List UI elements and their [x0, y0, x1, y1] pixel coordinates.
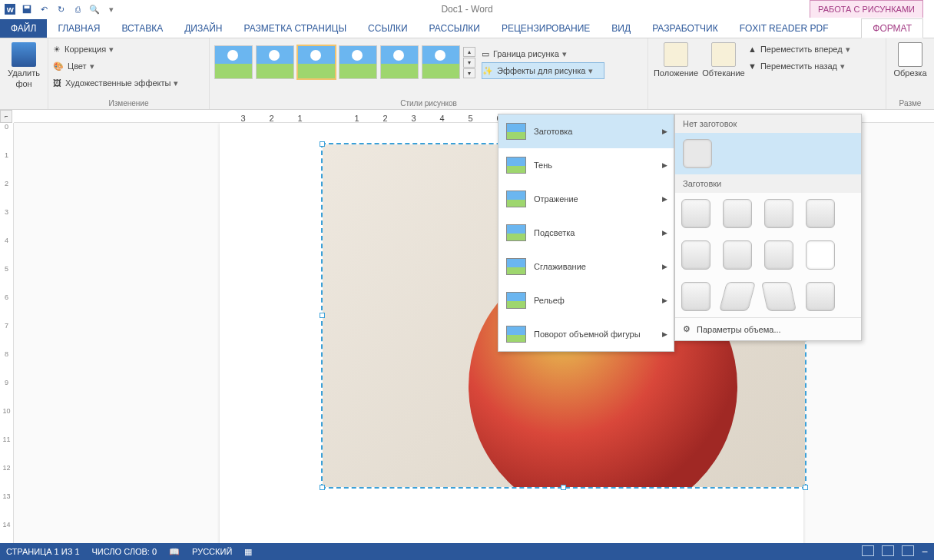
- remove-background-button[interactable]: Удалить фон: [5, 41, 43, 90]
- group-picture-styles: ▴ ▾ ▾ ▭Граница рисунка▾ ✨Эффекты для рис…: [210, 38, 648, 109]
- color-icon: 🎨: [53, 61, 64, 71]
- style-thumb-3[interactable]: [297, 45, 336, 79]
- resize-handle-tl[interactable]: [320, 141, 325, 147]
- preset-4[interactable]: [806, 199, 835, 228]
- status-page[interactable]: СТРАНИЦА 1 ИЗ 1: [6, 547, 80, 556]
- options-icon: ⚙: [683, 324, 691, 334]
- ribbon: Удалить фон ☀Коррекция▾ 🎨Цвет▾ 🖼Художест…: [0, 38, 934, 110]
- resize-handle-b[interactable]: [561, 485, 566, 490]
- view-web-icon[interactable]: [902, 545, 914, 556]
- repeat-icon[interactable]: ↻: [54, 2, 68, 16]
- position-button[interactable]: Положение: [653, 41, 699, 79]
- tab-file[interactable]: ФАЙЛ: [0, 19, 47, 38]
- backward-icon: ▼: [748, 61, 757, 71]
- effects-shadow-item[interactable]: Тень▶: [498, 148, 674, 182]
- effects-softedges-item[interactable]: Сглаживание▶: [498, 250, 674, 283]
- effects-bevel-item[interactable]: Рельеф▶: [498, 283, 674, 317]
- effects-reflection-item[interactable]: Отражение▶: [498, 182, 674, 216]
- preset-6[interactable]: [723, 240, 752, 270]
- style-thumb-4[interactable]: [339, 45, 377, 79]
- tab-home[interactable]: ГЛАВНАЯ: [47, 19, 111, 38]
- effects-glow-item[interactable]: Подсветка▶: [498, 216, 674, 250]
- resize-handle-bl[interactable]: [320, 485, 325, 490]
- style-thumb-2[interactable]: [256, 45, 294, 79]
- group-label-adjust: Изменение: [53, 99, 204, 109]
- gallery-more-icon[interactable]: ▾: [463, 68, 475, 78]
- resize-handle-l[interactable]: [320, 313, 325, 318]
- style-thumb-1[interactable]: [214, 45, 253, 79]
- quick-access-toolbar: W ↶ ↻ ⎙ 🔍 ▾: [0, 2, 121, 16]
- picture-effects-menu: Заготовка▶ Тень▶ Отражение▶ Подсветка▶ С…: [498, 114, 674, 352]
- preset-5[interactable]: [681, 240, 710, 270]
- crop-button[interactable]: Обрезка: [891, 41, 929, 79]
- vertical-ruler[interactable]: 01234567891011121314: [0, 123, 14, 543]
- corrections-button[interactable]: ☀Коррекция▾: [53, 41, 204, 58]
- gallery-spinner: ▴ ▾ ▾: [463, 47, 475, 78]
- tab-developer[interactable]: РАЗРАБОТЧИК: [641, 19, 729, 38]
- status-language[interactable]: РУССКИЙ: [192, 547, 232, 556]
- view-print-icon[interactable]: [882, 545, 894, 556]
- titlebar: W ↶ ↻ ⎙ 🔍 ▾ Doc1 - Word РАБОТА С РИСУНКА…: [0, 0, 934, 18]
- artistic-icon: 🖼: [53, 78, 61, 88]
- tab-design[interactable]: ДИЗАЙН: [174, 19, 233, 38]
- word-icon[interactable]: W: [3, 2, 17, 16]
- style-thumb-5[interactable]: [380, 45, 419, 79]
- group-size: Обрезка Разме: [886, 38, 934, 109]
- 3d-options-button[interactable]: ⚙Параметры объема...: [675, 317, 861, 340]
- svg-rect-3: [25, 6, 30, 9]
- group-label-size: Разме: [891, 99, 929, 109]
- preview-icon[interactable]: 🔍: [88, 2, 101, 16]
- picture-effects-button[interactable]: ✨Эффекты для рисунка▾: [482, 62, 604, 79]
- send-backward-button[interactable]: ▼Переместить назад▾: [748, 58, 879, 75]
- document-title: Doc1 - Word: [0, 4, 934, 15]
- tab-view[interactable]: ВИД: [601, 19, 641, 38]
- tab-pagelayout[interactable]: РАЗМЕТКА СТРАНИЦЫ: [234, 19, 358, 38]
- tab-references[interactable]: ССЫЛКИ: [357, 19, 418, 38]
- proofing-icon[interactable]: 📖: [169, 547, 180, 557]
- ruler-corner[interactable]: ⌐: [0, 110, 12, 123]
- preset-3[interactable]: [764, 199, 793, 228]
- tab-insert[interactable]: ВСТАВКА: [111, 19, 174, 38]
- ribbon-tabs: ФАЙЛ ГЛАВНАЯ ВСТАВКА ДИЗАЙН РАЗМЕТКА СТР…: [0, 18, 934, 38]
- tab-mailings[interactable]: РАССЫЛКИ: [419, 19, 491, 38]
- wrap-text-button[interactable]: Обтекание: [700, 41, 747, 79]
- contextual-tab-label: РАБОТА С РИСУНКАМИ: [810, 0, 923, 18]
- status-bar: СТРАНИЦА 1 ИЗ 1 ЧИСЛО СЛОВ: 0 📖 РУССКИЙ …: [0, 543, 934, 560]
- qat-more-icon[interactable]: ▾: [104, 2, 118, 16]
- effects-icon: ✨: [482, 66, 493, 76]
- preset-2[interactable]: [723, 199, 752, 228]
- save-icon[interactable]: [20, 2, 34, 16]
- quickprint-icon[interactable]: ⎙: [71, 2, 84, 16]
- artistic-effects-button[interactable]: 🖼Художественные эффекты▾: [53, 75, 204, 91]
- tab-format[interactable]: ФОРМАТ: [861, 18, 923, 38]
- presets-none-header: Нет заготовок: [675, 114, 861, 133]
- preset-none[interactable]: [683, 139, 712, 168]
- remove-bg-icon: [12, 42, 36, 67]
- position-icon: [664, 42, 688, 67]
- preset-gallery: Нет заготовок Заготовки ⚙Параметры объем…: [674, 114, 862, 341]
- preset-8[interactable]: [806, 240, 835, 270]
- brightness-icon: ☀: [53, 45, 61, 55]
- style-thumb-6[interactable]: [422, 45, 460, 79]
- color-button[interactable]: 🎨Цвет▾: [53, 58, 204, 75]
- preset-9[interactable]: [681, 282, 710, 311]
- gallery-down-icon[interactable]: ▾: [463, 58, 475, 68]
- picture-border-button[interactable]: ▭Граница рисунка▾: [482, 45, 604, 62]
- preset-12[interactable]: [806, 282, 835, 311]
- macro-icon[interactable]: ▦: [244, 547, 252, 557]
- effects-3drotation-item[interactable]: Поворот объемной фигуры▶: [498, 317, 674, 351]
- tab-foxit[interactable]: FOXIT READER PDF: [729, 19, 840, 38]
- status-words[interactable]: ЧИСЛО СЛОВ: 0: [92, 547, 157, 556]
- undo-icon[interactable]: ↶: [37, 2, 51, 16]
- bring-forward-button[interactable]: ▲Переместить вперед▾: [748, 41, 879, 58]
- preset-10[interactable]: [719, 282, 756, 311]
- view-readmode-icon[interactable]: [862, 545, 874, 556]
- preset-11[interactable]: [761, 282, 797, 311]
- tab-review[interactable]: РЕЦЕНЗИРОВАНИЕ: [491, 19, 601, 38]
- effects-preset-item[interactable]: Заготовка▶: [498, 114, 674, 148]
- preset-1[interactable]: [681, 199, 710, 228]
- zoom-out-icon[interactable]: −: [922, 545, 928, 558]
- resize-handle-br[interactable]: [803, 485, 808, 490]
- preset-7[interactable]: [764, 240, 793, 270]
- gallery-up-icon[interactable]: ▴: [463, 47, 475, 57]
